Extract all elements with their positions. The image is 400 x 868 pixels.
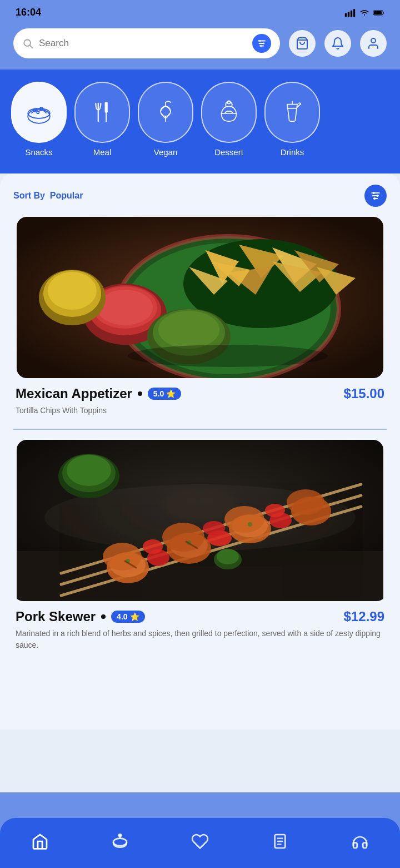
food-title-left-skewer: Pork Skewer 4.0 ⭐ xyxy=(16,609,145,624)
svg-point-20 xyxy=(37,111,39,114)
svg-point-35 xyxy=(376,195,378,197)
nav-orders[interactable] xyxy=(260,828,300,855)
svg-point-89 xyxy=(248,522,252,527)
nav-favorites[interactable] xyxy=(180,828,220,855)
skewer-image xyxy=(13,440,387,601)
category-meal[interactable]: Meal xyxy=(74,82,130,157)
search-bar[interactable] xyxy=(13,28,280,58)
nav-support[interactable] xyxy=(340,828,380,855)
svg-point-79 xyxy=(162,523,204,552)
category-snacks[interactable]: Snacks xyxy=(11,82,67,157)
food-info-skewer: Pork Skewer 4.0 ⭐ $12.99 Marinated in a … xyxy=(13,601,387,653)
category-label-snacks: Snacks xyxy=(25,147,52,157)
nachos-image xyxy=(13,217,387,378)
divider-1 xyxy=(13,429,387,430)
categories-section: Snacks Meal xyxy=(0,70,400,173)
svg-point-13 xyxy=(260,45,262,47)
rating-badge-skewer: 4.0 ⭐ xyxy=(111,611,144,623)
profile-button[interactable] xyxy=(360,30,387,57)
search-icon xyxy=(22,38,33,49)
filter-icon xyxy=(257,38,267,48)
svg-rect-1 xyxy=(348,12,349,17)
category-icon-meal xyxy=(74,82,130,143)
food-name-mexican: Mexican Appetizer xyxy=(16,386,132,401)
sort-filter-button[interactable] xyxy=(364,185,387,207)
food-title-row-skewer: Pork Skewer 4.0 ⭐ $12.99 xyxy=(16,609,384,624)
food-image-nachos xyxy=(13,217,387,378)
svg-rect-3 xyxy=(353,9,355,17)
food-card-pork-skewer[interactable]: Pork Skewer 4.0 ⭐ $12.99 Marinated in a … xyxy=(13,440,387,653)
dot-sep-mexican xyxy=(138,391,142,396)
search-input[interactable] xyxy=(39,38,247,49)
status-icons xyxy=(344,8,384,17)
main-content: Snacks Meal xyxy=(0,70,400,792)
drinks-icon xyxy=(277,97,307,127)
vegan-icon xyxy=(151,97,181,127)
heart-icon xyxy=(191,832,209,850)
food-title-left-mexican: Mexican Appetizer 5.0 ⭐ xyxy=(16,386,181,401)
snacks-icon xyxy=(24,97,54,127)
svg-rect-5 xyxy=(374,11,382,14)
header xyxy=(0,23,400,70)
svg-point-34 xyxy=(373,192,375,194)
svg-point-60 xyxy=(48,272,97,310)
content-list: Sort By Popular xyxy=(0,173,400,730)
svg-point-95 xyxy=(113,839,127,846)
category-label-vegan: Vegan xyxy=(154,147,178,157)
search-filter-button[interactable] xyxy=(252,34,271,53)
svg-point-54 xyxy=(97,290,153,325)
status-bar: 16:04 xyxy=(0,0,400,23)
svg-point-97 xyxy=(119,834,121,836)
sort-icon xyxy=(370,190,381,201)
sort-bar: Sort By Popular xyxy=(13,185,387,207)
svg-point-27 xyxy=(227,101,230,103)
category-label-drinks: Drinks xyxy=(281,147,304,157)
category-vegan[interactable]: Vegan xyxy=(138,82,193,157)
category-icon-snacks xyxy=(11,82,67,143)
profile-icon xyxy=(367,37,380,50)
category-drinks[interactable]: Drinks xyxy=(264,82,320,157)
category-label-meal: Meal xyxy=(93,147,112,157)
category-dessert[interactable]: Dessert xyxy=(201,82,257,157)
food-title-row-mexican: Mexican Appetizer 5.0 ⭐ $15.00 xyxy=(16,386,384,401)
food-price-mexican: $15.00 xyxy=(344,386,384,401)
status-time: 16:04 xyxy=(16,7,41,18)
bell-icon xyxy=(331,37,344,50)
food-desc-mexican: Tortilla Chips With Toppins xyxy=(16,405,384,416)
home-icon xyxy=(31,832,49,850)
rating-value-mexican: 5.0 xyxy=(153,389,164,398)
svg-rect-2 xyxy=(351,10,352,17)
nav-home[interactable] xyxy=(20,828,60,855)
svg-point-57 xyxy=(158,311,219,349)
food-image-skewer xyxy=(13,440,387,601)
svg-line-7 xyxy=(30,46,33,48)
category-icon-vegan xyxy=(138,82,193,143)
nav-menu[interactable] xyxy=(100,828,140,855)
svg-point-81 xyxy=(287,489,324,515)
meal-icon xyxy=(87,97,117,127)
svg-rect-0 xyxy=(345,13,347,17)
svg-point-15 xyxy=(371,38,376,43)
bottom-nav xyxy=(0,818,400,868)
svg-point-11 xyxy=(259,40,261,42)
food-desc-skewer: Marinated in a rich blend of herbs and s… xyxy=(16,628,384,651)
star-icon-mexican: ⭐ xyxy=(166,389,176,398)
battery-icon xyxy=(373,8,384,17)
category-icon-drinks xyxy=(264,82,320,143)
cart-button[interactable] xyxy=(289,30,316,57)
svg-point-36 xyxy=(373,197,376,200)
food-menu-icon xyxy=(111,832,129,850)
support-icon xyxy=(351,832,369,850)
svg-line-29 xyxy=(297,105,300,107)
svg-point-80 xyxy=(224,506,264,533)
food-info-mexican: Mexican Appetizer 5.0 ⭐ $15.00 Tortilla … xyxy=(13,378,387,419)
bell-button[interactable] xyxy=(324,30,351,57)
dot-sep-skewer xyxy=(101,614,106,619)
food-card-mexican-appetizer[interactable]: Mexican Appetizer 5.0 ⭐ $15.00 Tortilla … xyxy=(13,217,387,419)
dessert-icon xyxy=(214,97,244,127)
svg-point-83 xyxy=(203,521,225,535)
food-price-skewer: $12.99 xyxy=(344,609,384,624)
svg-point-84 xyxy=(265,504,285,517)
sort-label: Sort By Popular xyxy=(13,191,83,201)
svg-point-18 xyxy=(33,109,36,112)
